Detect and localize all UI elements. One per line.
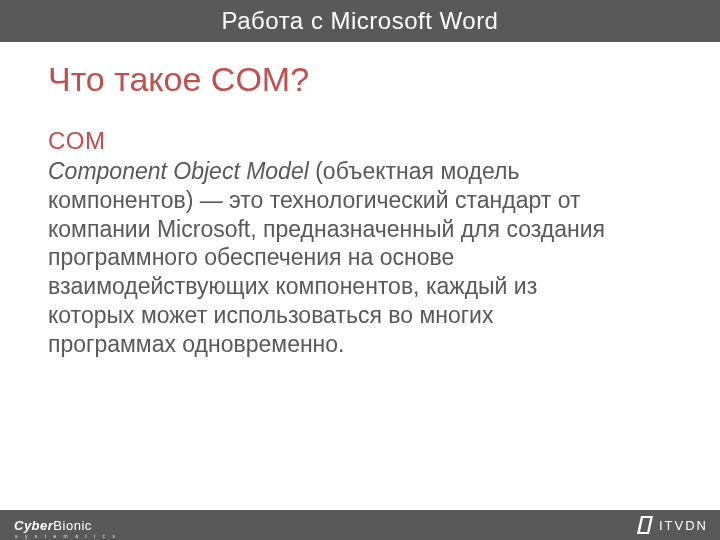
header-title: Работа с Microsoft Word <box>222 7 499 35</box>
logo-left-light: Bionic <box>53 518 91 533</box>
slide-title: Что такое COM? <box>48 60 672 99</box>
slide-header: Работа с Microsoft Word <box>0 0 720 42</box>
footer-right-logo: ITVDN <box>637 516 708 534</box>
slide-body: Component Object Model (объектная модель… <box>48 157 608 358</box>
slide-subhead: COM <box>48 127 672 155</box>
body-emphasis: Component Object Model <box>48 158 309 184</box>
body-rest: (объектная модель компонентов) — это тех… <box>48 158 605 357</box>
footer-right-text: ITVDN <box>659 518 708 533</box>
slide-footer: CyberBionic s y s t e m a t i c s ITVDN <box>0 510 720 540</box>
parallelogram-icon <box>637 516 653 534</box>
logo-left-bold: Cyber <box>14 518 53 533</box>
slide-content: Что такое COM? COM Component Object Mode… <box>0 42 720 358</box>
footer-left-logo: CyberBionic s y s t e m a t i c s <box>14 518 92 533</box>
logo-left-sub: s y s t e m a t i c s <box>15 533 118 539</box>
